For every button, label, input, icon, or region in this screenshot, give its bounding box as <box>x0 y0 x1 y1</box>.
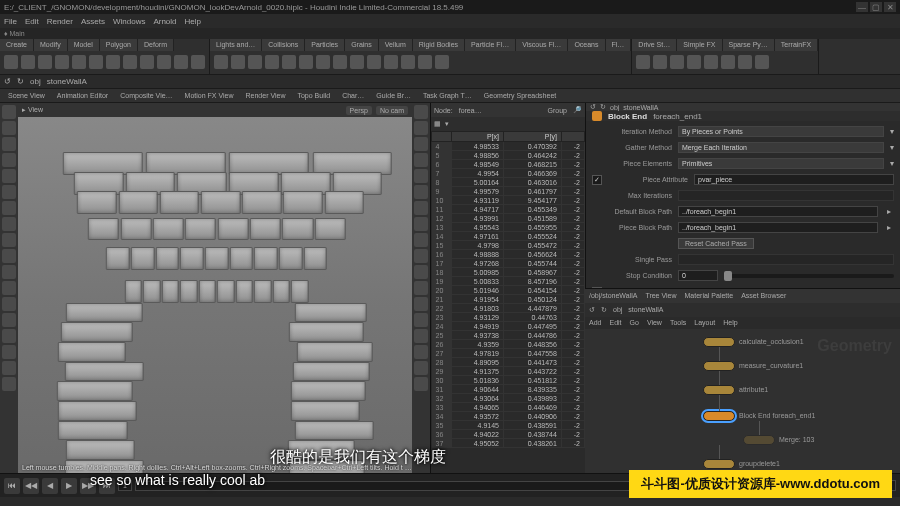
playback-button[interactable]: ⏮ <box>4 478 20 494</box>
table-row[interactable]: 114.947170.455349-2 <box>432 205 585 214</box>
playback-button[interactable]: ◀◀ <box>23 478 39 494</box>
viewport-tool-icon[interactable] <box>2 313 16 327</box>
table-row[interactable]: 314.906448.439335-2 <box>432 385 585 394</box>
shelf-tool-icon[interactable] <box>231 55 245 69</box>
shelf-tab[interactable]: Particles <box>305 39 345 51</box>
shelf-tool-icon[interactable] <box>670 55 684 69</box>
shelf-tab[interactable]: Vellum <box>379 39 413 51</box>
shelf-tool-icon[interactable] <box>106 55 120 69</box>
menu-edit[interactable]: Edit <box>25 17 39 26</box>
toolstrip-tab[interactable]: Animation Editor <box>53 92 112 99</box>
table-row[interactable]: 324.930640.439893-2 <box>432 394 585 403</box>
shelf-tool-icon[interactable] <box>4 55 18 69</box>
toolstrip-tab[interactable]: Scene View <box>4 92 49 99</box>
table-row[interactable]: 44.985330.470392-2 <box>432 142 585 151</box>
playback-button[interactable]: ▶ <box>61 478 77 494</box>
toolstrip-tab[interactable]: Composite Vie… <box>116 92 176 99</box>
menu-arnold[interactable]: Arnold <box>153 17 176 26</box>
shelf-tool-icon[interactable] <box>299 55 313 69</box>
viewport-tool-icon[interactable] <box>414 249 428 263</box>
table-row[interactable]: 144.971610.455524-2 <box>432 232 585 241</box>
tab-treeview[interactable]: Tree View <box>645 292 676 299</box>
viewport-tool-icon[interactable] <box>414 377 428 391</box>
table-row[interactable]: 234.931290.44763-2 <box>432 313 585 322</box>
shelf-tab[interactable]: Oceans <box>568 39 605 51</box>
shelf-tab[interactable]: Simple FX <box>677 39 722 51</box>
shelf-tab[interactable]: Grains <box>345 39 379 51</box>
viewport-tool-icon[interactable] <box>2 185 16 199</box>
shelf-tool-icon[interactable] <box>55 55 69 69</box>
net-menu-item[interactable]: Add <box>589 319 601 326</box>
slider[interactable] <box>724 274 894 278</box>
viewport-tool-icon[interactable] <box>2 265 16 279</box>
viewport-tool-icon[interactable] <box>414 121 428 135</box>
toolstrip-tab[interactable]: Motion FX View <box>181 92 238 99</box>
tab-material[interactable]: Material Palette <box>685 292 734 299</box>
sheet-filter-icon[interactable]: ▦ <box>434 120 441 128</box>
shelf-tab[interactable]: Fl… <box>606 39 632 51</box>
shelf-tool-icon[interactable] <box>418 55 432 69</box>
toolstrip-tab[interactable]: Char… <box>338 92 368 99</box>
shelf-tool-icon[interactable] <box>401 55 415 69</box>
viewport-tool-icon[interactable] <box>2 329 16 343</box>
table-row[interactable]: 305.018360.451812-2 <box>432 376 585 385</box>
net-path-node[interactable]: stoneWallA <box>628 306 663 313</box>
net-menu-item[interactable]: Edit <box>609 319 621 326</box>
shelf-tool-icon[interactable] <box>755 55 769 69</box>
table-row[interactable]: 244.949190.447495-2 <box>432 322 585 331</box>
param-field[interactable]: ../foreach_begin1 <box>678 206 878 217</box>
table-row[interactable]: 124.939910.451589-2 <box>432 214 585 223</box>
shelf-tab[interactable]: Sparse Py… <box>723 39 775 51</box>
net-menu-item[interactable]: Layout <box>694 319 715 326</box>
net-menu-item[interactable]: Go <box>630 319 639 326</box>
table-row[interactable]: 284.890950.441473-2 <box>432 358 585 367</box>
table-row[interactable]: 195.008338.457196-2 <box>432 277 585 286</box>
table-row[interactable]: 334.940650.446469-2 <box>432 403 585 412</box>
viewport-tool-icon[interactable] <box>2 169 16 183</box>
shelf-tab[interactable]: Modify <box>34 39 68 51</box>
param-field[interactable]: pvar_piece <box>694 174 894 185</box>
shelf-tool-icon[interactable] <box>687 55 701 69</box>
shelf-tool-icon[interactable] <box>89 55 103 69</box>
viewport-tool-icon[interactable] <box>2 105 16 119</box>
viewport-tool-icon[interactable] <box>2 297 16 311</box>
shelf-tab[interactable]: Model <box>68 39 100 51</box>
network-node[interactable]: Merge: 103 <box>743 435 814 445</box>
shelf-tool-icon[interactable] <box>367 55 381 69</box>
shelf-tool-icon[interactable] <box>38 55 52 69</box>
shelf-tool-icon[interactable] <box>350 55 364 69</box>
net-menu-item[interactable]: View <box>647 319 662 326</box>
persp-button[interactable]: Persp <box>346 106 372 115</box>
viewport-tool-icon[interactable] <box>414 217 428 231</box>
param-field[interactable]: Primitives <box>678 158 884 169</box>
viewport-tool-icon[interactable] <box>2 345 16 359</box>
playback-button[interactable]: ◀ <box>42 478 58 494</box>
table-row[interactable]: 294.913750.443722-2 <box>432 367 585 376</box>
path-obj[interactable]: obj <box>30 77 41 86</box>
menu-assets[interactable]: Assets <box>81 17 105 26</box>
table-row[interactable]: 154.97980.455472-2 <box>432 241 585 250</box>
menu-file[interactable]: File <box>4 17 17 26</box>
viewport-tool-icon[interactable] <box>414 201 428 215</box>
param-field[interactable]: By Pieces or Points <box>678 126 884 137</box>
table-row[interactable]: 174.972680.455744-2 <box>432 259 585 268</box>
table-row[interactable]: 74.99540.466369-2 <box>432 169 585 178</box>
viewport-tool-icon[interactable] <box>2 361 16 375</box>
viewport-tool-icon[interactable] <box>2 137 16 151</box>
network-canvas[interactable]: Geometry calculate_occlusion1measure_cur… <box>585 329 900 474</box>
network-node[interactable]: measure_curvature1 <box>703 361 803 371</box>
shelf-tool-icon[interactable] <box>265 55 279 69</box>
viewport-tool-icon[interactable] <box>2 201 16 215</box>
shelf-tool-icon[interactable] <box>174 55 188 69</box>
shelf-tab[interactable]: Polygon <box>100 39 138 51</box>
menu-help[interactable]: Help <box>185 17 201 26</box>
param-button[interactable]: Reset Cached Pass <box>678 238 754 249</box>
table-row[interactable]: 85.001640.463016-2 <box>432 178 585 187</box>
shelf-tool-icon[interactable] <box>738 55 752 69</box>
toolstrip-tab[interactable]: Render View <box>242 92 290 99</box>
3d-viewport[interactable]: Left mouse tumbles. Middle pans. Right d… <box>18 117 412 473</box>
shelf-tool-icon[interactable] <box>435 55 449 69</box>
shelf-tool-icon[interactable] <box>123 55 137 69</box>
shelf-tool-icon[interactable] <box>72 55 86 69</box>
table-row[interactable]: 364.940220.438744-2 <box>432 430 585 439</box>
